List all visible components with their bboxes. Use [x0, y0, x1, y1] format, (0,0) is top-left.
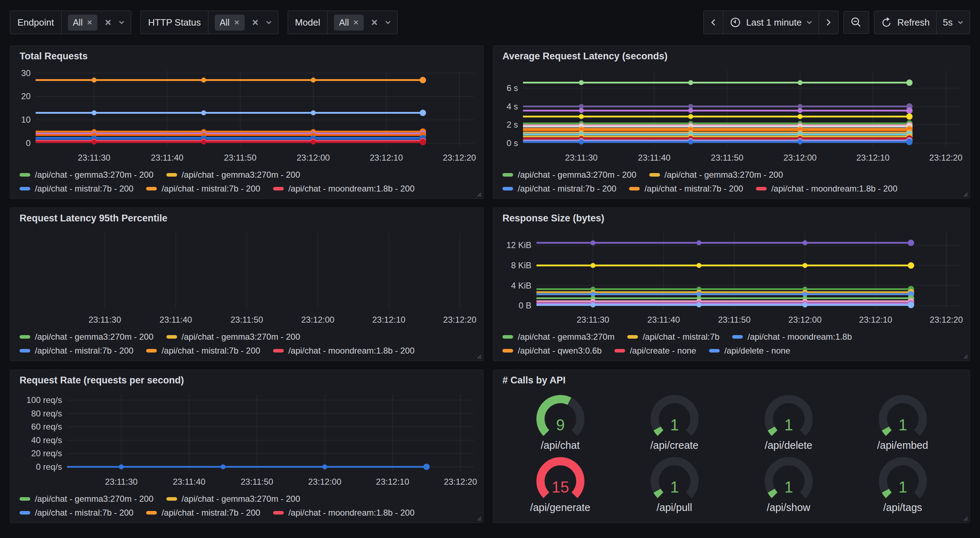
legend-item[interactable]: /api/chat - moondream:1.8b - 200	[273, 508, 415, 518]
timeseries-chart[interactable]: 23:11:3023:11:4023:11:5023:12:0023:12:10…	[497, 66, 966, 165]
legend-swatch	[19, 173, 30, 177]
time-forward-button[interactable]	[819, 11, 838, 34]
legend-item[interactable]: /api/chat - mistral:7b - 200	[146, 508, 260, 518]
legend-label: /api/chat - mistral:7b - 200	[35, 508, 134, 518]
filter-value-picker[interactable]: All	[328, 11, 397, 34]
clear-filter-icon[interactable]	[105, 19, 111, 26]
panel-resize-handle[interactable]	[476, 515, 482, 521]
gauge--api-generate[interactable]: 15/api/generate	[529, 455, 592, 514]
gauge--api-pull[interactable]: 1/api/pull	[643, 455, 706, 514]
clear-filter-icon[interactable]	[252, 19, 259, 26]
legend-item[interactable]: /api/chat - gemma3:270m - 200	[166, 170, 301, 180]
gauge--api-chat[interactable]: 9/api/chat	[529, 394, 592, 451]
legend-item[interactable]: /api/chat - mistral:7b - 200	[19, 346, 134, 356]
legend-item[interactable]: /api/chat - mistral:7b - 200	[19, 184, 134, 194]
legend-row: /api/chat - gemma3:270m - 200/api/chat -…	[503, 170, 961, 180]
zoom-out-time-button[interactable]	[843, 11, 869, 34]
legend-item[interactable]: /api/chat - gemma3:270m	[503, 332, 614, 342]
panel-title[interactable]: # Calls by API	[493, 370, 970, 390]
panel-resize-handle[interactable]	[476, 353, 482, 359]
legend-item[interactable]: /api/chat - moondream:1.8b - 200	[273, 346, 415, 356]
svg-text:2 s: 2 s	[507, 120, 518, 129]
legend-item[interactable]: /api/chat - mistral:7b - 200	[146, 184, 260, 194]
panel-total-requests: Total Requests23:11:3023:11:4023:11:5023…	[10, 46, 484, 199]
legend-label: /api/chat - moondream:1.8b - 200	[771, 184, 897, 194]
legend-swatch	[503, 187, 513, 190]
legend-item[interactable]: /api/chat - moondream:1.8b - 200	[273, 184, 415, 194]
panel-resize-handle[interactable]	[962, 191, 968, 197]
chevron-right-icon	[825, 17, 832, 28]
legend-item[interactable]: /api/chat - gemma3:270m - 200	[19, 332, 154, 342]
clear-filter-icon[interactable]	[371, 19, 378, 26]
chart-area: 23:11:3023:11:4023:11:5023:12:0023:12:10…	[10, 390, 483, 489]
timeseries-chart[interactable]: 23:11:3023:11:4023:11:5023:12:0023:12:10…	[14, 228, 480, 327]
legend-item[interactable]: /api/create - none	[614, 346, 696, 356]
svg-text:23:12:00: 23:12:00	[297, 153, 329, 162]
dashboard-header: EndpointAllHTTP StatusAllModelAll Last 1…	[0, 0, 980, 34]
legend-item[interactable]: /api/delete - none	[709, 346, 790, 356]
gauge--api-delete[interactable]: 1/api/delete	[757, 394, 820, 451]
selected-value-pill[interactable]: All	[334, 14, 364, 30]
gauge-label: /api/tags	[883, 502, 923, 514]
gauge--api-show[interactable]: 1/api/show	[757, 455, 820, 514]
legend-item[interactable]: /api/chat - gemma3:270m - 200	[19, 494, 154, 504]
filter-value-picker[interactable]: All	[208, 11, 278, 34]
legend-label: /api/chat - mistral:7b - 200	[161, 508, 260, 518]
remove-value-icon[interactable]	[87, 19, 92, 25]
legend-item[interactable]: /api/chat - moondream:1.8b	[732, 332, 852, 342]
legend-item[interactable]: /api/chat - gemma3:270m - 200	[166, 332, 301, 342]
legend-label: /api/chat - gemma3:270m - 200	[665, 170, 783, 180]
panel-title[interactable]: Request Rate (requests per second)	[10, 370, 483, 390]
timeseries-chart[interactable]: 23:11:3023:11:4023:11:5023:12:0023:12:10…	[497, 228, 966, 327]
svg-text:23:11:50: 23:11:50	[711, 153, 743, 162]
panel-resize-handle[interactable]	[476, 191, 482, 197]
panel-resize-handle[interactable]	[962, 515, 968, 521]
refresh-icon	[881, 17, 892, 28]
gauge-arc: 1	[643, 455, 706, 502]
legend-item[interactable]: /api/chat - mistral:7b	[627, 332, 719, 342]
gauge--api-create[interactable]: 1/api/create	[643, 394, 706, 451]
legend-item[interactable]: /api/chat - mistral:7b - 200	[19, 508, 134, 518]
gauge--api-tags[interactable]: 1/api/tags	[872, 455, 934, 514]
panel-title[interactable]: Average Request Latency (seconds)	[493, 46, 970, 66]
selected-value-pill[interactable]: All	[215, 14, 245, 30]
gauge-arc: 1	[643, 394, 706, 440]
remove-value-icon[interactable]	[234, 19, 240, 25]
legend-swatch	[649, 173, 660, 177]
panel-title[interactable]: Request Latency 95th Percentile	[10, 208, 483, 228]
panel-title[interactable]: Total Requests	[10, 46, 483, 66]
legend-label: /api/chat - mistral:7b - 200	[518, 184, 616, 194]
legend-item[interactable]: /api/chat - gemma3:270m - 200	[649, 170, 783, 180]
svg-text:23:11:30: 23:11:30	[577, 315, 609, 324]
svg-text:40 req/s: 40 req/s	[31, 435, 62, 445]
gauge-arc: 1	[757, 394, 820, 440]
time-back-button[interactable]	[704, 11, 723, 34]
legend-item[interactable]: /api/chat - mistral:7b - 200	[503, 184, 616, 194]
timeseries-chart[interactable]: 23:11:3023:11:4023:11:5023:12:0023:12:10…	[14, 66, 480, 165]
filter-bar: EndpointAllHTTP StatusAllModelAll	[10, 11, 398, 34]
legend-item[interactable]: /api/chat - gemma3:270m - 200	[19, 170, 154, 180]
legend-item[interactable]: /api/chat - qwen3:0.6b	[503, 346, 601, 356]
gauge-arc: 9	[529, 394, 592, 440]
refresh-interval-picker[interactable]: 5s	[936, 11, 970, 34]
legend-item[interactable]: /api/chat - mistral:7b - 200	[629, 184, 743, 194]
selected-value-pill[interactable]: All	[68, 14, 98, 30]
legend-item[interactable]: /api/chat - mistral:7b - 200	[146, 346, 260, 356]
svg-text:23:12:00: 23:12:00	[308, 477, 341, 486]
svg-text:4 KiB: 4 KiB	[511, 281, 531, 290]
gauge--api-embed[interactable]: 1/api/embed	[872, 394, 934, 451]
legend-swatch	[709, 349, 720, 352]
panel-title[interactable]: Response Size (bytes)	[493, 208, 970, 228]
legend-item[interactable]: /api/chat - gemma3:270m - 200	[503, 170, 636, 180]
filter-value-picker[interactable]: All	[62, 11, 131, 34]
time-range-picker[interactable]: Last 1 minute	[723, 11, 819, 34]
legend-label: /api/chat - gemma3:270m - 200	[182, 494, 301, 504]
legend-item[interactable]: /api/chat - gemma3:270m - 200	[166, 494, 301, 504]
refresh-button[interactable]: Refresh	[874, 11, 936, 34]
legend-item[interactable]: /api/chat - moondream:1.8b - 200	[756, 184, 897, 194]
remove-value-icon[interactable]	[353, 19, 359, 25]
chart-area: 23:11:3023:11:4023:11:5023:12:0023:12:10…	[493, 228, 970, 327]
panel-resize-handle[interactable]	[962, 353, 968, 359]
timeseries-chart[interactable]: 23:11:3023:11:4023:11:5023:12:0023:12:10…	[14, 390, 480, 489]
svg-text:6 s: 6 s	[507, 83, 518, 93]
